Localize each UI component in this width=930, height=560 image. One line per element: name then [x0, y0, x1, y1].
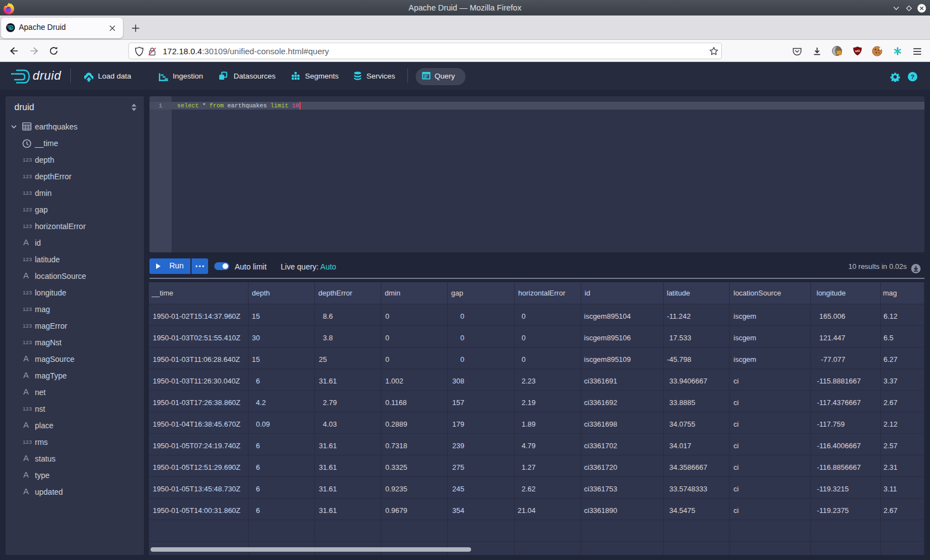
svg-text:uO: uO: [855, 49, 860, 53]
svg-text:?: ?: [911, 74, 914, 80]
